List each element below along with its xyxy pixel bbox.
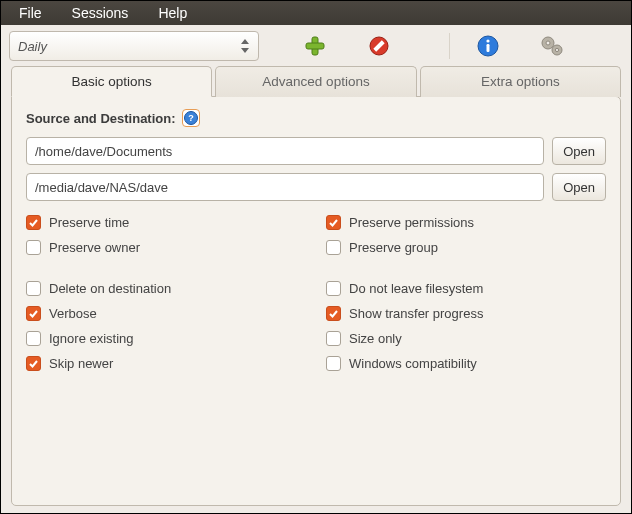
svg-point-10 <box>555 48 558 51</box>
menu-help[interactable]: Help <box>146 3 199 23</box>
dest-open-button[interactable]: Open <box>552 173 606 201</box>
check-skip-newer[interactable]: Skip newer <box>26 356 306 371</box>
tab-advanced-options[interactable]: Advanced options <box>215 66 416 97</box>
check-windows-compatibility[interactable]: Windows compatibility <box>326 356 606 371</box>
check-show-transfer-progress[interactable]: Show transfer progress <box>326 306 606 321</box>
check-delete-on-destination[interactable]: Delete on destination <box>26 281 306 296</box>
separator-row <box>26 265 606 271</box>
info-icon <box>477 35 499 57</box>
check-preserve-permissions[interactable]: Preserve permissions <box>326 215 606 230</box>
help-button[interactable]: ? <box>182 109 200 127</box>
toolbar-separator <box>449 33 450 59</box>
updown-icon <box>240 39 250 53</box>
check-ignore-existing[interactable]: Ignore existing <box>26 331 306 346</box>
gears-icon <box>540 35 564 57</box>
check-preserve-owner[interactable]: Preserve owner <box>26 240 306 255</box>
session-name: Daily <box>18 39 47 54</box>
basic-options-panel: Source and Destination: ? Open Open Pres… <box>11 96 621 506</box>
svg-rect-1 <box>306 43 324 49</box>
plus-icon <box>304 35 326 57</box>
svg-text:?: ? <box>188 113 194 123</box>
tabs: Basic options Advanced options Extra opt… <box>11 66 621 97</box>
check-preserve-group[interactable]: Preserve group <box>326 240 606 255</box>
source-open-button[interactable]: Open <box>552 137 606 165</box>
source-path-input[interactable] <box>26 137 544 165</box>
svg-point-5 <box>486 39 489 42</box>
preferences-button[interactable] <box>538 32 566 60</box>
svg-rect-6 <box>487 44 490 52</box>
tab-basic-options[interactable]: Basic options <box>11 66 212 97</box>
svg-point-8 <box>546 41 550 45</box>
tab-extra-options[interactable]: Extra options <box>420 66 621 97</box>
question-icon: ? <box>184 111 198 125</box>
menu-file[interactable]: File <box>7 3 54 23</box>
info-button[interactable] <box>474 32 502 60</box>
add-button[interactable] <box>301 32 329 60</box>
toolbar-icons <box>301 32 566 60</box>
menu-sessions[interactable]: Sessions <box>60 3 141 23</box>
section-title: Source and Destination: <box>26 111 176 126</box>
menubar: File Sessions Help <box>1 1 631 25</box>
check-preserve-time[interactable]: Preserve time <box>26 215 306 230</box>
cancel-button[interactable] <box>365 32 393 60</box>
dest-path-input[interactable] <box>26 173 544 201</box>
check-verbose[interactable]: Verbose <box>26 306 306 321</box>
toolbar: Daily <box>1 25 631 65</box>
forbidden-icon <box>368 35 390 57</box>
check-size-only[interactable]: Size only <box>326 331 606 346</box>
session-selector[interactable]: Daily <box>9 31 259 61</box>
check-do-not-leave-filesystem[interactable]: Do not leave filesystem <box>326 281 606 296</box>
